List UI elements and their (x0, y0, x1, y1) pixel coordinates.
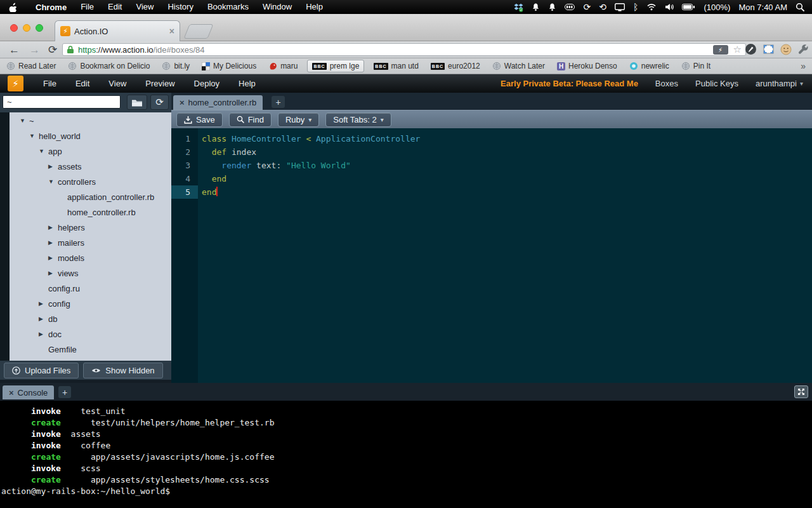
menubar-menu-bookmarks[interactable]: Bookmarks (200, 0, 256, 14)
tree-item-db[interactable]: ▶db (10, 311, 171, 326)
soft-tabs-dropdown[interactable]: Soft Tabs: 2 ▾ (325, 112, 391, 127)
console-tab-close-icon[interactable]: × (9, 388, 14, 398)
pen-extension-icon[interactable] (745, 43, 757, 55)
display-icon[interactable] (615, 3, 625, 11)
tab-close-icon[interactable]: × (169, 26, 174, 36)
app-menu-edit[interactable]: Edit (66, 74, 99, 93)
bookmark-bookmark-on-delicio[interactable]: Bookmark on Delicio (68, 62, 150, 70)
tree-item-app[interactable]: ▼app (10, 144, 171, 159)
menubar-menu-window[interactable]: Window (256, 0, 299, 14)
menubar-menu-file[interactable]: File (74, 0, 101, 14)
tree-open-icon[interactable]: ▼ (39, 148, 48, 154)
editor-tab[interactable]: × home_controller.rb (173, 95, 263, 110)
alarm-bell-icon[interactable] (548, 3, 556, 11)
code-line[interactable]: 5end (171, 185, 812, 199)
code-editor[interactable]: 1class HomeController < ApplicationContr… (171, 128, 812, 383)
volume-icon[interactable] (665, 3, 674, 11)
window-zoom-button[interactable] (36, 24, 43, 32)
back-button[interactable]: ← (9, 42, 20, 58)
tree-item-[interactable]: ▼~ (10, 113, 171, 128)
tree-item-hello-world[interactable]: ▼hello_world (10, 128, 171, 144)
tree-open-icon[interactable]: ▼ (29, 133, 38, 139)
wrench-settings-icon[interactable] (798, 44, 809, 55)
app-menu-view[interactable]: View (99, 74, 136, 93)
time-machine-icon[interactable]: ⟲ (599, 0, 606, 14)
public-keys-link[interactable]: Public Keys (695, 79, 738, 88)
window-minimize-button[interactable] (23, 24, 30, 32)
tree-closed-icon[interactable]: ▶ (39, 316, 48, 322)
bookmark-read-later[interactable]: Read Later (6, 62, 56, 70)
sync-icon[interactable]: ⟳ (584, 0, 591, 14)
bookmark-star-icon[interactable]: ☆ (733, 44, 742, 55)
wifi-icon[interactable] (646, 3, 657, 11)
bookmark-my-delicious[interactable]: My Delicious (202, 62, 256, 70)
bookmark-maru[interactable]: maru (268, 62, 298, 70)
console-tab[interactable]: × Console (3, 385, 54, 399)
bookmark-newrelic[interactable]: newrelic (629, 62, 669, 70)
new-editor-tab-button[interactable]: + (272, 96, 285, 108)
bookmark-pin-it[interactable]: Pin It (681, 62, 710, 70)
code-line[interactable]: 1class HomeController < ApplicationContr… (171, 132, 812, 145)
tree-closed-icon[interactable]: ▶ (39, 331, 48, 337)
tree-item-doc[interactable]: ▶doc (10, 326, 171, 342)
dropbox-icon[interactable] (514, 3, 523, 12)
tree-closed-icon[interactable]: ▶ (48, 224, 57, 231)
screenshot-extension-icon[interactable] (763, 44, 774, 54)
tree-closed-icon[interactable]: ▶ (48, 239, 57, 246)
tree-item-application-controller-rb[interactable]: application_controller.rb (10, 189, 171, 204)
tree-open-icon[interactable]: ▼ (48, 178, 57, 185)
tree-closed-icon[interactable]: ▶ (39, 300, 48, 307)
flash-plugin-badge-icon[interactable]: ⚡ (713, 45, 728, 55)
new-tab-button[interactable] (183, 24, 213, 39)
tree-item-helpers[interactable]: ▶helpers (10, 220, 171, 235)
tree-open-icon[interactable]: ▼ (20, 117, 29, 124)
app-menu-deploy[interactable]: Deploy (185, 74, 229, 93)
tree-closed-icon[interactable]: ▶ (48, 270, 57, 276)
battery-icon[interactable] (682, 4, 695, 10)
expand-console-button[interactable] (794, 385, 808, 398)
bookmarks-overflow-icon[interactable]: » (801, 61, 806, 71)
editor-tab-close-icon[interactable]: × (180, 98, 185, 107)
bookmark-watch-later[interactable]: Watch Later (492, 62, 545, 70)
forward-button[interactable]: → (29, 42, 40, 58)
tree-item-controllers[interactable]: ▼controllers (10, 174, 171, 189)
new-console-tab-button[interactable]: + (58, 386, 71, 398)
menubar-app-name[interactable]: Chrome (29, 3, 74, 12)
tree-item-models[interactable]: ▶models (10, 250, 171, 265)
menubar-menu-view[interactable]: View (129, 0, 160, 14)
reload-button[interactable]: ⟳ (48, 42, 57, 58)
bookmark-bit-ly[interactable]: bit.ly (162, 62, 190, 70)
menubar-menu-help[interactable]: Help (299, 0, 330, 14)
terminal-output[interactable]: invoke test_unit create test/unit/helper… (0, 401, 812, 508)
spotlight-icon[interactable] (796, 3, 804, 11)
menubar-menu-history[interactable]: History (160, 0, 200, 14)
tree-item-config[interactable]: ▶config (10, 296, 171, 311)
code-line[interactable]: 4 end (171, 172, 812, 185)
refresh-tree-button[interactable]: ⟳ (150, 95, 169, 110)
tree-closed-icon[interactable]: ▶ (48, 255, 57, 261)
tree-closed-icon[interactable]: ▶ (48, 163, 57, 170)
user-menu[interactable]: arunthampi ▾ (756, 79, 803, 88)
tree-item-gemfile[interactable]: Gemfile (10, 342, 171, 357)
notification-bell-icon[interactable] (532, 3, 540, 11)
app-menu-preview[interactable]: Preview (136, 74, 184, 93)
url-omnibox[interactable]: https://www.action.io/ide#boxes/84 ⚡ ☆ (62, 43, 746, 56)
code-line[interactable]: 2 def index (171, 145, 812, 159)
beta-notice-link[interactable]: Early Private Beta: Please Read Me (501, 79, 638, 88)
tree-item-home-controller-rb[interactable]: home_controller.rb (10, 204, 171, 220)
show-hidden-button[interactable]: Show Hidden (83, 363, 162, 378)
app-menu-help[interactable]: Help (229, 74, 265, 93)
tree-item-assets[interactable]: ▶assets (10, 159, 171, 174)
app-menu-file[interactable]: File (34, 74, 66, 93)
find-button[interactable]: Find (229, 112, 272, 127)
save-button[interactable]: Save (176, 112, 223, 127)
tree-item-views[interactable]: ▶views (10, 265, 171, 281)
actionio-logo-icon[interactable]: ⚡ (8, 76, 23, 91)
language-dropdown[interactable]: Ruby ▾ (278, 112, 319, 127)
menubar-clock[interactable]: Mon 7:40 AM (738, 3, 787, 12)
tree-item-config-ru[interactable]: config.ru (10, 281, 171, 296)
boxes-link[interactable]: Boxes (655, 79, 678, 88)
ssl-lock-icon[interactable] (67, 45, 74, 54)
window-close-button[interactable] (10, 24, 18, 32)
apple-menu-icon[interactable] (9, 3, 17, 12)
